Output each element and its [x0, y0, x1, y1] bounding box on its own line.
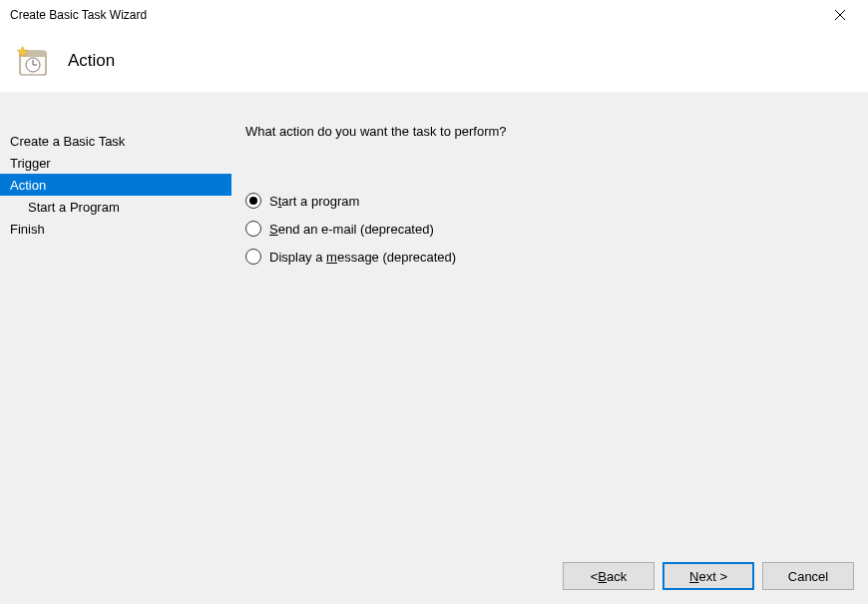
radio-option[interactable]: Display a message (deprecated) [245, 249, 848, 265]
prompt-text: What action do you want the task to perf… [245, 124, 848, 139]
close-icon [834, 9, 846, 21]
nav-item[interactable]: Action [0, 174, 231, 196]
nav-item[interactable]: Finish [0, 218, 231, 240]
cancel-button[interactable]: Cancel [762, 562, 854, 590]
wizard-icon [14, 43, 50, 79]
nav-item[interactable]: Trigger [0, 152, 231, 174]
content-area: Create a Basic TaskTriggerActionStart a … [0, 92, 868, 604]
nav-item-label: Create a Basic Task [10, 134, 125, 149]
next-label-mnemonic: N [689, 569, 698, 584]
next-button[interactable]: Next > [662, 562, 754, 590]
radio-icon [245, 193, 261, 209]
nav-panel: Create a Basic TaskTriggerActionStart a … [0, 92, 231, 604]
close-button[interactable] [820, 1, 860, 29]
header-band: Action [0, 30, 868, 92]
nav-item[interactable]: Create a Basic Task [0, 130, 231, 152]
nav-item-label: Start a Program [28, 200, 120, 215]
radio-option[interactable]: Start a program [245, 193, 848, 209]
radio-option[interactable]: Send an e-mail (deprecated) [245, 221, 848, 237]
nav-item[interactable]: Start a Program [0, 196, 231, 218]
radio-icon [245, 221, 261, 237]
radio-group: Start a programSend an e-mail (deprecate… [245, 193, 848, 265]
back-label-post: ack [607, 569, 627, 584]
page-title: Action [68, 51, 115, 71]
radio-icon [245, 249, 261, 265]
back-label-mnemonic: B [598, 569, 607, 584]
button-row: < Back Next > Cancel [563, 562, 854, 590]
window-title: Create Basic Task Wizard [10, 8, 147, 22]
radio-label: Display a message (deprecated) [269, 250, 456, 265]
next-label-post: ext > [698, 569, 727, 584]
main-panel: What action do you want the task to perf… [231, 92, 868, 604]
radio-label: Send an e-mail (deprecated) [269, 222, 434, 237]
nav-item-label: Trigger [10, 156, 51, 171]
titlebar: Create Basic Task Wizard [0, 0, 868, 30]
nav-item-label: Finish [10, 222, 45, 237]
radio-label: Start a program [269, 194, 359, 209]
back-button[interactable]: < Back [563, 562, 654, 590]
back-label-pre: < [591, 569, 599, 584]
nav-item-label: Action [10, 178, 46, 193]
